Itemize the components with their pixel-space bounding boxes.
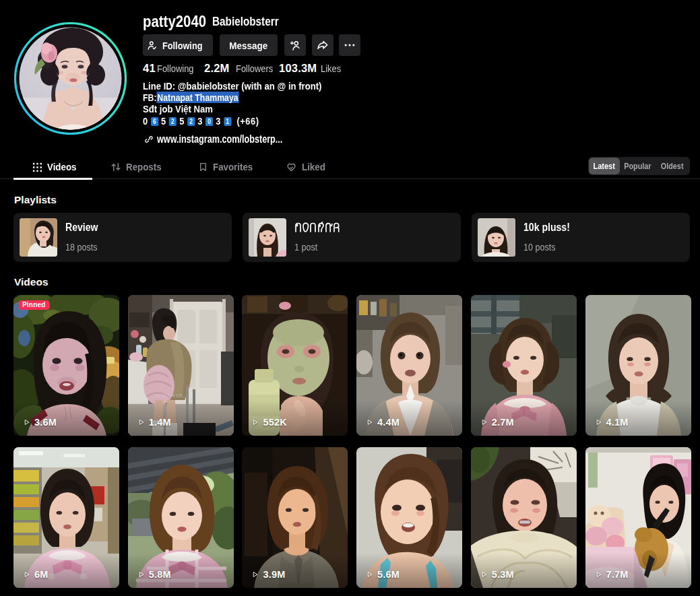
svg-text:VA NU HI LO...: VA NU HI LO... <box>155 393 187 398</box>
